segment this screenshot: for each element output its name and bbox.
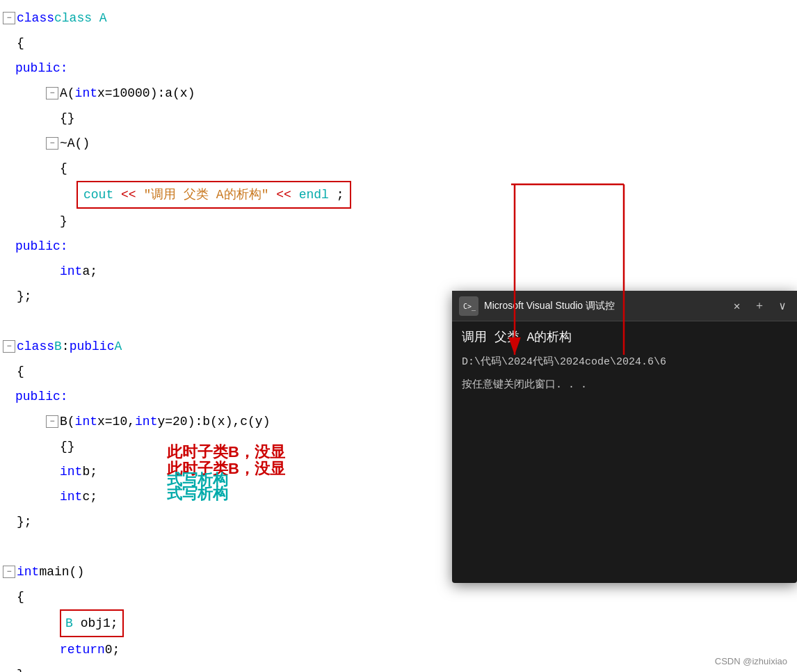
code-line-destructor-brace-open: { [0, 156, 459, 181]
code-line-class-a: − class class A [0, 6, 459, 31]
code-line-B-obj1: B obj1; [0, 609, 459, 637]
code-line-public1: public: [0, 56, 459, 81]
collapse-icon-destructor-a[interactable]: − [46, 137, 58, 150]
terminal-output-line1: 调用 父类 A的析构 [462, 328, 787, 345]
terminal-output-line3: 按任意键关闭此窗口. . . [462, 378, 787, 391]
code-line-brace-open1: { [0, 31, 459, 56]
keyword-class: class [17, 6, 54, 31]
csdn-watermark: CSDN @izhuixiao [715, 656, 787, 666]
code-line-main-close: } [0, 662, 459, 672]
code-line-main-brace: { [0, 584, 459, 609]
terminal-app-icon: C>_ [459, 296, 478, 316]
terminal-output-area: 调用 父类 A的析构 D:\代码\2024代码\2024code\2024.6\… [452, 321, 797, 583]
code-line-public3: public: [0, 384, 459, 409]
code-line-int-c: int c; 式写析构 [0, 484, 459, 509]
terminal-menu-btn[interactable]: ∨ [775, 298, 790, 314]
code-line-cout: cout << "调用 父类 A的析构" << endl ; [0, 181, 459, 209]
code-line-brace-open2: { [0, 359, 459, 384]
code-line-destructor-brace-close: } [0, 209, 459, 234]
code-line-class-b: − class B : public A [0, 334, 459, 359]
blank2 [0, 534, 459, 559]
code-line-main: − int main() [0, 559, 459, 584]
svg-text:C>_: C>_ [463, 303, 476, 311]
blank1 [0, 309, 459, 334]
terminal-title: Microsoft Visual Studio 调试控 [484, 300, 730, 312]
code-line-public2: public: [0, 234, 459, 259]
annotation-subclass2: 式写析构 [167, 481, 228, 506]
collapse-icon-constructor-b[interactable]: − [46, 415, 58, 428]
collapse-icon-b[interactable]: − [3, 340, 15, 353]
collapse-icon-a[interactable]: − [3, 12, 15, 24]
code-line-constructor-A: − A(int x=10000):a(x) [0, 81, 459, 106]
code-line-int-a: int a; [0, 259, 459, 284]
code-line-empty-body-a: {} [0, 106, 459, 131]
terminal-window: C>_ Microsoft Visual Studio 调试控 ✕ ＋ ∨ 调用… [452, 291, 797, 583]
code-area: − class class A { public: − A(int x=1000… [0, 0, 459, 672]
annotation-subclass1: 此时子类B，没显 [167, 456, 285, 481]
code-line-end-classA: }; [0, 284, 459, 309]
collapse-icon-constructor-a[interactable]: − [46, 87, 58, 99]
terminal-controls: ✕ ＋ ∨ [730, 297, 790, 314]
code-line-constructor-B: − B(int x=10,int y=20):b(x),c(y) [0, 409, 459, 434]
code-line-int-b: int b; 此时子类B，没显 [0, 459, 459, 484]
classname-A: class A [54, 6, 107, 31]
code-line-empty-body-b: {} [0, 434, 459, 459]
code-line-destructor-A: − ~A() [0, 131, 459, 156]
terminal-add-btn[interactable]: ＋ [750, 297, 769, 314]
terminal-titlebar: C>_ Microsoft Visual Studio 调试控 ✕ ＋ ∨ [452, 291, 797, 321]
code-line-return: return 0; [0, 637, 459, 662]
terminal-output-line2: D:\代码\2024代码\2024code\2024.6\6 [462, 355, 787, 368]
code-line-end-classB: }; [0, 509, 459, 534]
collapse-icon-main[interactable]: − [3, 566, 15, 578]
terminal-close-btn[interactable]: ✕ [730, 298, 745, 314]
